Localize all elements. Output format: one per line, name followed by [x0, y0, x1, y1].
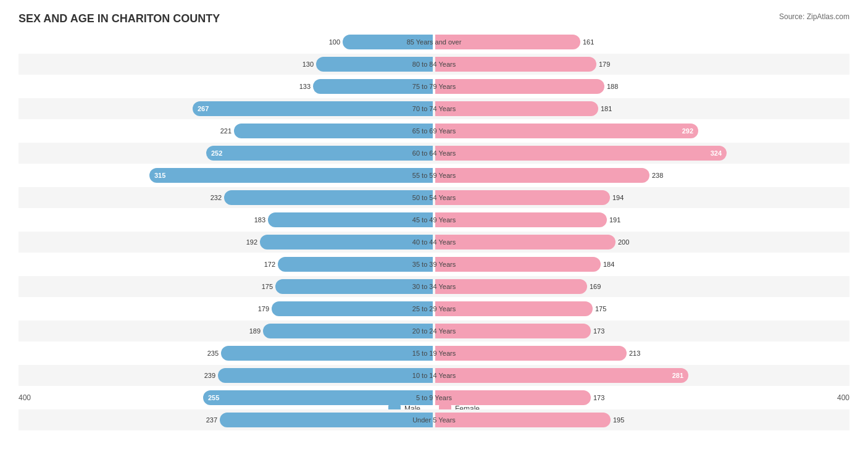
male-bar-wrapper: 192 [19, 235, 433, 249]
chart-title: SEX AND AGE IN CHARITON COUNTY [19, 12, 849, 25]
male-value-inside: 255 [208, 394, 219, 401]
right-section: 173 [434, 321, 849, 342]
female-value: 188 [607, 83, 618, 90]
right-section: 195 [434, 409, 849, 430]
left-section: 239 [19, 365, 434, 386]
female-bar-wrapper: 281 [435, 368, 849, 383]
left-section: 235 [19, 343, 434, 364]
right-section: 188 [434, 76, 849, 97]
female-value: 161 [583, 38, 594, 46]
male-value: 235 [207, 350, 219, 357]
male-bar-wrapper: 130 [19, 57, 433, 72]
female-bar-wrapper: 173 [435, 390, 849, 405]
male-value: 100 [329, 38, 340, 46]
left-section: 237 [19, 409, 434, 430]
male-bar-wrapper: 255 [19, 390, 433, 405]
male-bar-wrapper: 175 [19, 279, 433, 294]
male-bar-wrapper: 183 [19, 212, 433, 227]
female-bar: 173 [435, 324, 591, 338]
right-section: 161 [434, 31, 849, 52]
right-section: 181 [434, 98, 849, 119]
bar-row: 17925 to 29 Years175 [19, 298, 849, 319]
female-value-inside: 324 [711, 149, 722, 157]
female-bar-wrapper: 213 [435, 346, 849, 361]
female-bar-wrapper: 161 [435, 35, 849, 49]
female-bar: 238 [435, 168, 649, 183]
female-value-inside: 281 [672, 372, 683, 379]
female-bar-wrapper: 194 [435, 190, 849, 205]
female-value: 213 [629, 350, 640, 357]
bar-row: 13080 to 84 Years179 [19, 54, 849, 75]
bar-row: 22165 to 69 Years292 [19, 120, 849, 141]
bar-row: 18920 to 24 Years173 [19, 321, 849, 342]
male-bar: 239 [218, 368, 433, 383]
female-bar: 292 [435, 124, 698, 138]
female-bar-wrapper: 181 [435, 101, 849, 116]
bar-row: 23910 to 14 Years281 [19, 365, 849, 386]
bar-row: 23515 to 19 Years213 [19, 343, 849, 364]
male-value: 175 [262, 283, 273, 290]
female-bar: 161 [435, 35, 580, 49]
left-section: 133 [19, 76, 434, 97]
male-bar: 232 [224, 190, 433, 205]
female-bar-wrapper: 169 [435, 279, 849, 294]
left-section: 100 [19, 31, 434, 52]
male-bar: 235 [221, 346, 433, 361]
female-bar: 184 [435, 257, 601, 272]
bar-row: 237Under 5 Years195 [19, 409, 849, 430]
left-section: 183 [19, 209, 434, 230]
female-bar-wrapper: 191 [435, 212, 849, 227]
female-bar: 194 [435, 190, 610, 205]
bar-row: 17530 to 34 Years169 [19, 276, 849, 297]
male-bar-wrapper: 235 [19, 346, 433, 361]
male-bar: 192 [260, 235, 433, 249]
bar-row: 25260 to 64 Years324 [19, 143, 849, 164]
female-bar-wrapper: 292 [435, 124, 849, 138]
male-bar-wrapper: 232 [19, 190, 433, 205]
female-value: 169 [590, 283, 601, 290]
male-bar: 189 [263, 324, 433, 338]
left-section: 192 [19, 232, 434, 253]
right-section: 200 [434, 232, 849, 253]
male-bar-wrapper: 252 [19, 146, 433, 161]
male-bar-wrapper: 237 [19, 413, 433, 427]
male-bar-wrapper: 133 [19, 79, 433, 94]
male-value: 179 [258, 305, 269, 312]
left-section: 189 [19, 321, 434, 342]
right-section: 191 [434, 209, 849, 230]
female-value: 173 [593, 327, 604, 335]
female-bar-wrapper: 200 [435, 235, 849, 249]
male-value: 237 [206, 416, 217, 424]
male-bar-wrapper: 267 [19, 101, 433, 116]
male-bar: 252 [206, 146, 433, 161]
bar-row: 17235 to 39 Years184 [19, 254, 849, 275]
female-value: 181 [601, 105, 612, 112]
male-bar: 100 [343, 35, 433, 49]
bar-row: 2555 to 9 Years173 [19, 387, 849, 408]
bar-row: 19240 to 44 Years200 [19, 232, 849, 253]
left-section: 172 [19, 254, 434, 275]
male-bar-wrapper: 179 [19, 301, 433, 316]
male-bar-wrapper: 189 [19, 324, 433, 338]
female-bar-wrapper: 179 [435, 57, 849, 72]
female-bar: 324 [435, 146, 727, 161]
female-bar-wrapper: 175 [435, 301, 849, 316]
male-bar-wrapper: 172 [19, 257, 433, 272]
male-bar: 183 [268, 212, 433, 227]
male-bar-wrapper: 239 [19, 368, 433, 383]
male-value-inside: 315 [154, 172, 165, 179]
female-bar-wrapper: 173 [435, 324, 849, 338]
male-bar-wrapper: 315 [19, 168, 433, 183]
female-bar-wrapper: 195 [435, 413, 849, 427]
bar-row: 10085 Years and over161 [19, 31, 849, 52]
bar-row: 13375 to 79 Years188 [19, 76, 849, 97]
female-value: 194 [612, 194, 624, 201]
male-bar: 130 [316, 57, 433, 72]
left-section: 175 [19, 276, 434, 297]
right-section: 173 [434, 387, 849, 408]
female-value: 179 [599, 61, 610, 68]
female-value: 195 [613, 416, 624, 424]
bar-row: 23250 to 54 Years194 [19, 187, 849, 208]
male-value: 130 [303, 61, 314, 68]
left-section: 130 [19, 54, 434, 75]
